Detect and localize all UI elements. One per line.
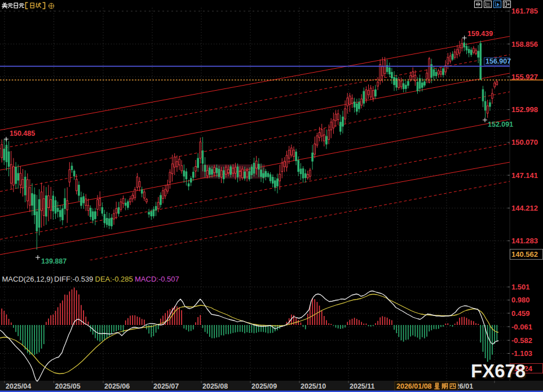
svg-text:2025/04: 2025/04 [6, 382, 31, 390]
svg-text:1.501: 1.501 [511, 283, 530, 291]
svg-text:150.485: 150.485 [10, 130, 35, 137]
svg-text:147.141: 147.141 [511, 171, 538, 180]
svg-text:DIFF:-0.539: DIFF:-0.539 [54, 275, 93, 283]
svg-text:2025/05: 2025/05 [55, 382, 81, 390]
svg-text:140.562: 140.562 [511, 250, 538, 259]
svg-text:155.927: 155.927 [511, 73, 538, 81]
svg-text:DEA:-0.285: DEA:-0.285 [95, 275, 133, 283]
svg-text:2025/08: 2025/08 [202, 382, 228, 390]
svg-text:156.907: 156.907 [485, 57, 511, 65]
svg-text:161.785: 161.785 [511, 7, 538, 15]
svg-text:159.439: 159.439 [467, 30, 493, 38]
svg-text:152.998: 152.998 [511, 105, 538, 114]
svg-text:2026/01/08: 2026/01/08 [396, 382, 432, 390]
svg-text:144.212: 144.212 [511, 204, 538, 212]
svg-text:2025/09: 2025/09 [251, 382, 277, 390]
svg-text:2025/11: 2025/11 [350, 382, 375, 390]
svg-text:158.856: 158.856 [511, 40, 538, 48]
svg-text:FX678: FX678 [471, 360, 526, 381]
svg-text:MACD:-0.507: MACD:-0.507 [135, 275, 179, 283]
svg-text:MACD(26,12,9): MACD(26,12,9) [2, 275, 53, 283]
svg-text:-0.061: -0.061 [511, 323, 532, 331]
svg-text:2025/06: 2025/06 [104, 382, 130, 390]
svg-text:150.070: 150.070 [511, 138, 538, 146]
svg-text:139.887: 139.887 [41, 257, 67, 265]
svg-text:2025/10: 2025/10 [301, 382, 326, 390]
svg-text:-0.582: -0.582 [511, 336, 532, 345]
svg-text:141.283: 141.283 [511, 237, 538, 245]
svg-text:0.459: 0.459 [511, 309, 530, 318]
svg-text:152.091: 152.091 [488, 121, 513, 128]
svg-text:2025/07: 2025/07 [153, 382, 179, 390]
svg-text:-1.103: -1.103 [511, 349, 532, 358]
svg-text:0.980: 0.980 [511, 296, 530, 304]
